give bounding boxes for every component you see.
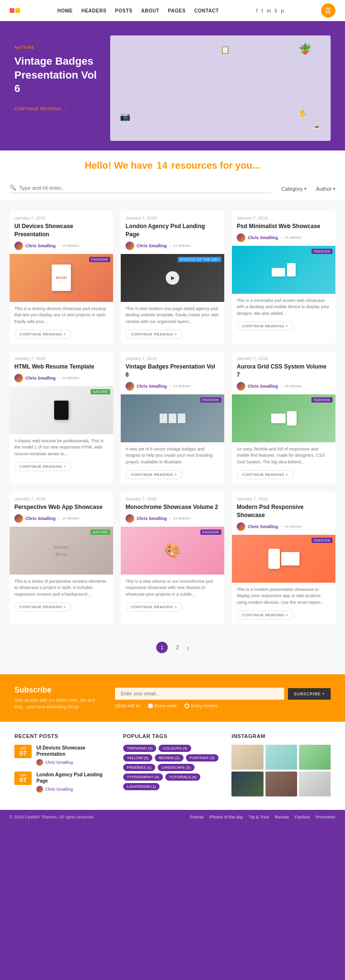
- tag-7[interactable]: TYPOGRAPHY (4): [123, 773, 163, 781]
- recent-posts-title: Recent Posts: [14, 733, 114, 739]
- post-card-4: January 7, 2019 Vintage Badges Presentat…: [121, 351, 224, 484]
- post-cta-0[interactable]: CONTINUE READING: [14, 330, 71, 339]
- post-title-8: Modern Psd Responsive Showcase: [232, 503, 335, 522]
- social-pinterest[interactable]: p: [281, 8, 284, 13]
- post-title-3: HTML Web Resume Template: [10, 363, 113, 374]
- instagram-photo-3[interactable]: [299, 745, 331, 770]
- author-avatar-8: [237, 522, 245, 531]
- post-date-5: January 7, 2019: [232, 351, 335, 363]
- menu-button[interactable]: ☰: [321, 3, 335, 18]
- instagram-photo-4[interactable]: [231, 772, 263, 796]
- post-tag-4: FASHION: [200, 397, 221, 403]
- posts-grid: January 7, 2019 UI Devices Showcase Pres…: [10, 211, 335, 624]
- post-card-5: January 7, 2019 Aurora Grid CSS System V…: [232, 351, 335, 484]
- post-desc-3: A classic web resume for professionals. …: [10, 434, 113, 461]
- post-cta-8[interactable]: CONTINUE READING: [237, 611, 294, 620]
- every-week-option[interactable]: Every week: [148, 703, 177, 708]
- page-2[interactable]: 2: [172, 642, 183, 653]
- post-thumb-5: FASHION: [232, 394, 335, 442]
- post-card-1: January 7, 2019 London Agency Psd Landin…: [121, 211, 224, 344]
- social-linkedin[interactable]: li: [275, 8, 277, 13]
- instagram-photo-5[interactable]: [265, 772, 297, 796]
- post-cta-5[interactable]: CONTINUE READING: [237, 470, 294, 479]
- tag-8[interactable]: TUTORIALS (4): [165, 773, 200, 781]
- post-date-4: January 7, 2019: [121, 351, 224, 363]
- post-cta-2[interactable]: CONTINUE READING: [237, 322, 294, 331]
- tag-3[interactable]: REVIEW (2): [155, 754, 184, 761]
- tag-6[interactable]: LANDSCAPE (3): [158, 764, 194, 771]
- nav-posts[interactable]: POSTS: [115, 8, 132, 13]
- search-wrap: 🔍: [10, 184, 272, 193]
- footer-link-2[interactable]: Tip & Trick: [249, 815, 269, 819]
- post-date-8: January 7, 2019: [232, 492, 335, 503]
- tag-5[interactable]: FREEBIES (1): [123, 764, 156, 771]
- post-cta-7[interactable]: CONTINUE READING: [126, 602, 183, 611]
- post-title-4: Vintage Badges Presentation Vol 8: [121, 363, 224, 382]
- tag-1[interactable]: COLOURS (5): [159, 745, 191, 752]
- post-title-2: Psd Minimalist Web Showcase: [232, 222, 335, 233]
- post-tag-7: FASHION: [200, 530, 221, 535]
- category-filter[interactable]: Category: [281, 186, 307, 192]
- instagram-photo-2[interactable]: [265, 745, 297, 770]
- author-avatar-3: [14, 374, 23, 382]
- instagram-photo-1[interactable]: [231, 745, 263, 770]
- recent-author-name-2: Chris Smalling: [45, 787, 73, 792]
- page-1[interactable]: 1: [156, 642, 168, 653]
- tag-2[interactable]: YELLOW (5): [123, 754, 152, 761]
- subscribe-bar: Subscribe Stay up date with our latest n…: [0, 674, 345, 722]
- tag-4[interactable]: PORTRAIT (3): [186, 754, 218, 761]
- email-field[interactable]: [115, 688, 284, 700]
- widget-instagram: Instagram: [231, 733, 331, 798]
- intro-text: Hello! We have 14 resources for you...: [10, 160, 335, 171]
- post-date-1: January 7, 2019: [121, 211, 224, 222]
- subscribe-title: Subscribe: [14, 686, 101, 694]
- subscribe-input-row: SUBSCRIBE +: [115, 688, 331, 700]
- author-name-3: Chris Smalling: [25, 376, 56, 380]
- footer-widgets: Recent Posts Jan 07 UI Devices Showcase …: [0, 722, 345, 810]
- footer-link-4[interactable]: Fashion: [295, 815, 310, 819]
- footer-link-0[interactable]: Portrait: [190, 815, 204, 819]
- post-author-7: Chris Smalling • 14 articles: [121, 514, 224, 527]
- post-cta-6[interactable]: CONTINUE READING: [14, 602, 71, 611]
- post-author-0: Chris Smalling • 14 articles: [10, 242, 113, 254]
- footer-link-5[interactable]: Promotion: [316, 815, 335, 819]
- social-instagram[interactable]: in: [267, 8, 271, 13]
- post-cta-4[interactable]: CONTINUE READING: [126, 470, 183, 479]
- instagram-title: Instagram: [231, 733, 331, 739]
- tags-container: TRENDING (3)COLOURS (5)YELLOW (5)REVIEW …: [123, 745, 222, 790]
- nav-about[interactable]: ABOUT: [141, 8, 159, 13]
- social-links: f t in li p: [256, 8, 284, 13]
- post-thumb-2: FASHION: [232, 246, 335, 294]
- post-title-0: UI Devices Showcase Presentation: [10, 222, 113, 242]
- tag-9[interactable]: LIGHTROOM (1): [123, 783, 160, 790]
- tag-0[interactable]: TRENDING (3): [123, 745, 157, 752]
- subscribe-right: SUBSCRIBE + SEND ME IN Every week Every …: [115, 688, 331, 708]
- footer-link-1[interactable]: Photos of the day: [209, 815, 243, 819]
- post-author-5: Chris Smalling • 14 articles: [232, 382, 335, 394]
- social-twitter[interactable]: t: [262, 8, 263, 13]
- send-me-in-label: SEND ME IN: [115, 703, 140, 708]
- instagram-photo-6[interactable]: [299, 772, 331, 796]
- author-filter[interactable]: Author: [316, 186, 335, 192]
- author-name-1: Chris Smalling: [137, 243, 167, 248]
- page-next[interactable]: ›: [187, 645, 188, 650]
- hero-image-inner: 🪴 📋 📷 ☕ ✋: [110, 35, 331, 141]
- footer-link-3[interactable]: Review: [275, 815, 289, 819]
- nav-headers[interactable]: HEADERS: [81, 8, 106, 13]
- social-facebook[interactable]: f: [256, 8, 258, 13]
- hero-cta-link[interactable]: CONTINUE READING: [14, 106, 68, 111]
- post-card-7: January 7, 2019 Monochrome Showcase Volu…: [121, 492, 224, 624]
- every-month-option[interactable]: Every months: [184, 703, 218, 708]
- every-week-radio[interactable]: [148, 703, 153, 708]
- post-cta-1[interactable]: CONTINUE READING: [126, 330, 183, 339]
- nav-pages[interactable]: PAGES: [168, 8, 186, 13]
- post-desc-7: This is a new volume or our monochrome p…: [121, 575, 224, 602]
- search-icon: 🔍: [10, 184, 16, 191]
- nav-home[interactable]: HOME: [58, 8, 73, 13]
- nav-contact[interactable]: CONTACT: [194, 8, 219, 13]
- every-month-radio[interactable]: [184, 703, 189, 708]
- subscribe-button[interactable]: SUBSCRIBE +: [288, 688, 331, 700]
- search-input[interactable]: [19, 185, 272, 191]
- post-tag-2: FASHION: [311, 249, 333, 254]
- post-cta-3[interactable]: CONTINUE READING: [14, 462, 71, 471]
